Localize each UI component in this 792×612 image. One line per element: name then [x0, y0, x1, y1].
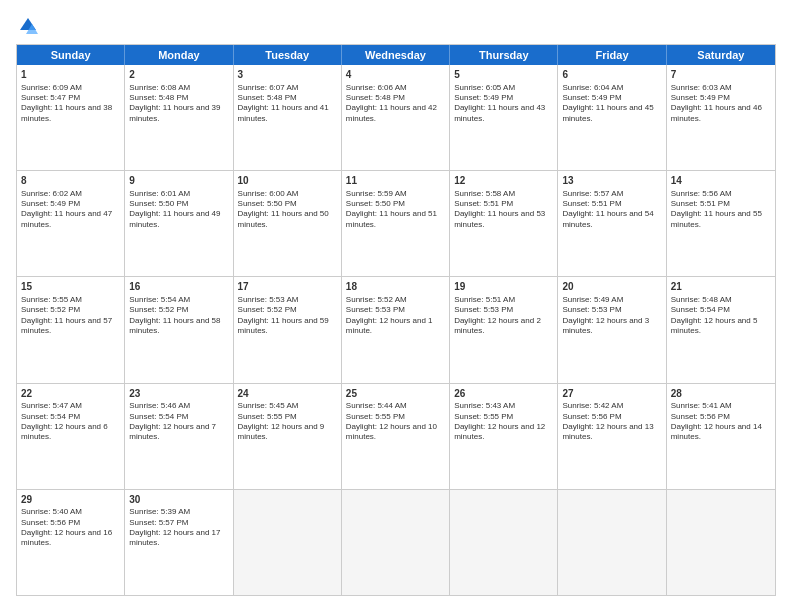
- day-cell-8: 8Sunrise: 6:02 AMSunset: 5:49 PMDaylight…: [17, 171, 125, 276]
- day-info: Sunrise: 5:49 AMSunset: 5:53 PMDaylight:…: [562, 295, 661, 337]
- day-info: Sunrise: 5:42 AMSunset: 5:56 PMDaylight:…: [562, 401, 661, 443]
- day-cell-13: 13Sunrise: 5:57 AMSunset: 5:51 PMDayligh…: [558, 171, 666, 276]
- day-number: 20: [562, 280, 661, 294]
- day-info: Sunrise: 6:01 AMSunset: 5:50 PMDaylight:…: [129, 189, 228, 231]
- day-cell-21: 21Sunrise: 5:48 AMSunset: 5:54 PMDayligh…: [667, 277, 775, 382]
- day-cell-2: 2Sunrise: 6:08 AMSunset: 5:48 PMDaylight…: [125, 65, 233, 170]
- header-day-friday: Friday: [558, 45, 666, 65]
- day-info: Sunrise: 6:00 AMSunset: 5:50 PMDaylight:…: [238, 189, 337, 231]
- day-cell-19: 19Sunrise: 5:51 AMSunset: 5:53 PMDayligh…: [450, 277, 558, 382]
- day-number: 12: [454, 174, 553, 188]
- day-number: 8: [21, 174, 120, 188]
- day-cell-10: 10Sunrise: 6:00 AMSunset: 5:50 PMDayligh…: [234, 171, 342, 276]
- day-info: Sunrise: 5:51 AMSunset: 5:53 PMDaylight:…: [454, 295, 553, 337]
- calendar-week-2: 8Sunrise: 6:02 AMSunset: 5:49 PMDaylight…: [17, 170, 775, 276]
- day-info: Sunrise: 6:05 AMSunset: 5:49 PMDaylight:…: [454, 83, 553, 125]
- day-number: 16: [129, 280, 228, 294]
- day-cell-16: 16Sunrise: 5:54 AMSunset: 5:52 PMDayligh…: [125, 277, 233, 382]
- day-number: 2: [129, 68, 228, 82]
- day-cell-1: 1Sunrise: 6:09 AMSunset: 5:47 PMDaylight…: [17, 65, 125, 170]
- day-cell-9: 9Sunrise: 6:01 AMSunset: 5:50 PMDaylight…: [125, 171, 233, 276]
- day-info: Sunrise: 5:41 AMSunset: 5:56 PMDaylight:…: [671, 401, 771, 443]
- day-number: 4: [346, 68, 445, 82]
- day-info: Sunrise: 6:06 AMSunset: 5:48 PMDaylight:…: [346, 83, 445, 125]
- day-info: Sunrise: 5:55 AMSunset: 5:52 PMDaylight:…: [21, 295, 120, 337]
- day-number: 19: [454, 280, 553, 294]
- day-info: Sunrise: 5:44 AMSunset: 5:55 PMDaylight:…: [346, 401, 445, 443]
- day-cell-3: 3Sunrise: 6:07 AMSunset: 5:48 PMDaylight…: [234, 65, 342, 170]
- header-day-thursday: Thursday: [450, 45, 558, 65]
- day-info: Sunrise: 5:56 AMSunset: 5:51 PMDaylight:…: [671, 189, 771, 231]
- day-number: 1: [21, 68, 120, 82]
- day-number: 18: [346, 280, 445, 294]
- day-cell-20: 20Sunrise: 5:49 AMSunset: 5:53 PMDayligh…: [558, 277, 666, 382]
- day-info: Sunrise: 5:59 AMSunset: 5:50 PMDaylight:…: [346, 189, 445, 231]
- day-cell-27: 27Sunrise: 5:42 AMSunset: 5:56 PMDayligh…: [558, 384, 666, 489]
- calendar-week-5: 29Sunrise: 5:40 AMSunset: 5:56 PMDayligh…: [17, 489, 775, 595]
- day-number: 28: [671, 387, 771, 401]
- page: SundayMondayTuesdayWednesdayThursdayFrid…: [0, 0, 792, 612]
- day-number: 30: [129, 493, 228, 507]
- day-info: Sunrise: 5:52 AMSunset: 5:53 PMDaylight:…: [346, 295, 445, 337]
- calendar-week-4: 22Sunrise: 5:47 AMSunset: 5:54 PMDayligh…: [17, 383, 775, 489]
- calendar-week-1: 1Sunrise: 6:09 AMSunset: 5:47 PMDaylight…: [17, 65, 775, 170]
- day-number: 21: [671, 280, 771, 294]
- day-cell-6: 6Sunrise: 6:04 AMSunset: 5:49 PMDaylight…: [558, 65, 666, 170]
- day-number: 13: [562, 174, 661, 188]
- day-info: Sunrise: 5:46 AMSunset: 5:54 PMDaylight:…: [129, 401, 228, 443]
- day-info: Sunrise: 6:09 AMSunset: 5:47 PMDaylight:…: [21, 83, 120, 125]
- empty-cell: [558, 490, 666, 595]
- day-info: Sunrise: 6:07 AMSunset: 5:48 PMDaylight:…: [238, 83, 337, 125]
- day-number: 11: [346, 174, 445, 188]
- day-info: Sunrise: 5:57 AMSunset: 5:51 PMDaylight:…: [562, 189, 661, 231]
- logo-icon: [18, 16, 38, 36]
- day-cell-17: 17Sunrise: 5:53 AMSunset: 5:52 PMDayligh…: [234, 277, 342, 382]
- calendar-week-3: 15Sunrise: 5:55 AMSunset: 5:52 PMDayligh…: [17, 276, 775, 382]
- day-number: 27: [562, 387, 661, 401]
- calendar-header: SundayMondayTuesdayWednesdayThursdayFrid…: [17, 45, 775, 65]
- header-day-tuesday: Tuesday: [234, 45, 342, 65]
- day-info: Sunrise: 6:02 AMSunset: 5:49 PMDaylight:…: [21, 189, 120, 231]
- day-number: 9: [129, 174, 228, 188]
- day-number: 23: [129, 387, 228, 401]
- header: [16, 16, 776, 36]
- day-number: 6: [562, 68, 661, 82]
- day-cell-26: 26Sunrise: 5:43 AMSunset: 5:55 PMDayligh…: [450, 384, 558, 489]
- day-cell-24: 24Sunrise: 5:45 AMSunset: 5:55 PMDayligh…: [234, 384, 342, 489]
- header-day-monday: Monday: [125, 45, 233, 65]
- day-cell-30: 30Sunrise: 5:39 AMSunset: 5:57 PMDayligh…: [125, 490, 233, 595]
- day-number: 15: [21, 280, 120, 294]
- day-info: Sunrise: 6:04 AMSunset: 5:49 PMDaylight:…: [562, 83, 661, 125]
- day-info: Sunrise: 5:53 AMSunset: 5:52 PMDaylight:…: [238, 295, 337, 337]
- day-cell-22: 22Sunrise: 5:47 AMSunset: 5:54 PMDayligh…: [17, 384, 125, 489]
- empty-cell: [450, 490, 558, 595]
- day-info: Sunrise: 5:45 AMSunset: 5:55 PMDaylight:…: [238, 401, 337, 443]
- day-cell-29: 29Sunrise: 5:40 AMSunset: 5:56 PMDayligh…: [17, 490, 125, 595]
- day-number: 17: [238, 280, 337, 294]
- empty-cell: [667, 490, 775, 595]
- day-number: 25: [346, 387, 445, 401]
- day-info: Sunrise: 6:03 AMSunset: 5:49 PMDaylight:…: [671, 83, 771, 125]
- logo: [16, 16, 38, 36]
- day-info: Sunrise: 5:40 AMSunset: 5:56 PMDaylight:…: [21, 507, 120, 549]
- day-cell-11: 11Sunrise: 5:59 AMSunset: 5:50 PMDayligh…: [342, 171, 450, 276]
- day-cell-4: 4Sunrise: 6:06 AMSunset: 5:48 PMDaylight…: [342, 65, 450, 170]
- day-info: Sunrise: 5:47 AMSunset: 5:54 PMDaylight:…: [21, 401, 120, 443]
- day-cell-15: 15Sunrise: 5:55 AMSunset: 5:52 PMDayligh…: [17, 277, 125, 382]
- header-day-sunday: Sunday: [17, 45, 125, 65]
- empty-cell: [342, 490, 450, 595]
- day-cell-12: 12Sunrise: 5:58 AMSunset: 5:51 PMDayligh…: [450, 171, 558, 276]
- day-cell-7: 7Sunrise: 6:03 AMSunset: 5:49 PMDaylight…: [667, 65, 775, 170]
- day-number: 3: [238, 68, 337, 82]
- day-number: 10: [238, 174, 337, 188]
- day-info: Sunrise: 5:43 AMSunset: 5:55 PMDaylight:…: [454, 401, 553, 443]
- day-number: 5: [454, 68, 553, 82]
- empty-cell: [234, 490, 342, 595]
- day-info: Sunrise: 5:39 AMSunset: 5:57 PMDaylight:…: [129, 507, 228, 549]
- day-info: Sunrise: 5:48 AMSunset: 5:54 PMDaylight:…: [671, 295, 771, 337]
- calendar: SundayMondayTuesdayWednesdayThursdayFrid…: [16, 44, 776, 596]
- day-cell-28: 28Sunrise: 5:41 AMSunset: 5:56 PMDayligh…: [667, 384, 775, 489]
- day-cell-23: 23Sunrise: 5:46 AMSunset: 5:54 PMDayligh…: [125, 384, 233, 489]
- day-info: Sunrise: 5:58 AMSunset: 5:51 PMDaylight:…: [454, 189, 553, 231]
- day-number: 26: [454, 387, 553, 401]
